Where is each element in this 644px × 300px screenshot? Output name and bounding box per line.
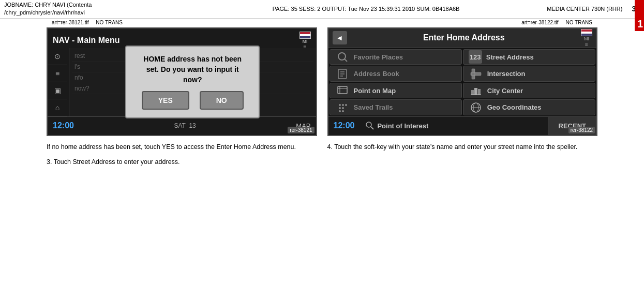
media-center-label: MEDIA CENTER 730N (RHR) xyxy=(547,5,622,13)
left-tif: art=rer-38121.tif xyxy=(52,20,88,25)
poi-icon xyxy=(365,121,374,131)
right-paragraph: 4. Touch the soft-key with your state’s … xyxy=(327,142,598,152)
city-center-label: City Center xyxy=(487,87,523,95)
right-tif: art=rer-38122.tif xyxy=(521,20,558,25)
saved-trails-button[interactable]: Saved Trails xyxy=(330,99,462,115)
content-area: NAV - Main Menu MI ≡ ⊙ ≡ ▣ ⌂ rest l's nf… xyxy=(0,27,644,136)
enter-home-mi-label: MI xyxy=(584,36,589,41)
intersection-button[interactable]: Intersection xyxy=(463,66,595,82)
svg-rect-15 xyxy=(478,89,481,95)
nav-sat-info: SAT 13 xyxy=(174,122,196,129)
street-address-icon: 123 xyxy=(469,50,482,64)
favorite-places-label: Favorite Places xyxy=(354,53,403,61)
text-content: If no home address has been set, touch Y… xyxy=(0,136,644,167)
svg-line-1 xyxy=(345,59,347,62)
intersection-icon xyxy=(469,67,483,81)
nav-screen-bottom: 12:00 SAT 13 MAP xyxy=(48,116,316,135)
intersection-label: Intersection xyxy=(487,70,526,78)
enter-home-flag-icon xyxy=(581,29,592,36)
geo-coordinates-button[interactable]: Geo Coordinates xyxy=(463,99,595,115)
nav-sidebar-list[interactable]: ≡ xyxy=(48,65,67,82)
left-notrans: NO TRANS xyxy=(96,20,123,25)
nav-sidebar-compass[interactable]: ⊙ xyxy=(48,48,67,65)
svg-point-23 xyxy=(345,104,347,106)
city-center-button[interactable]: City Center xyxy=(463,83,595,99)
grid-area: Favorite Places 123 Street Address Addre… xyxy=(328,48,597,116)
svg-point-17 xyxy=(339,104,341,106)
yes-button[interactable]: YES xyxy=(142,91,189,110)
art-labels: art=rer-38121.tif NO TRANS art=rer-38122… xyxy=(0,19,644,26)
svg-rect-13 xyxy=(471,90,474,95)
page-header: JOBNAME: CHRY NAVI (Contenta /chry_pdm/c… xyxy=(0,0,644,19)
svg-rect-7 xyxy=(471,72,481,76)
modal-overlay: HOME address has not been set. Do you wa… xyxy=(69,48,316,116)
text-left: If no home address has been set, touch Y… xyxy=(47,142,317,167)
favorite-places-button[interactable]: Favorite Places xyxy=(330,49,462,65)
geo-coordinates-label: Geo Coordinates xyxy=(487,103,542,111)
enter-home-header: ◄ Enter Home Address MI ≡ xyxy=(328,28,597,48)
saved-trails-icon xyxy=(335,100,350,115)
home-address-modal: HOME address has not been set. Do you wa… xyxy=(125,46,260,118)
address-book-icon xyxy=(335,67,350,81)
svg-point-18 xyxy=(339,107,341,109)
nav-time: 12:00 xyxy=(53,121,74,130)
left-ref-tag: rer-38121 xyxy=(288,127,314,133)
point-on-map-icon xyxy=(335,83,350,98)
street-address-button[interactable]: 123 Street Address xyxy=(463,49,595,65)
path: /chry_pdm/chrysler/navi/rhr/navi xyxy=(4,9,185,17)
red-bar: 1 xyxy=(635,0,644,31)
nav-sidebar-folder[interactable]: ▣ xyxy=(48,82,67,99)
geo-coordinates-icon xyxy=(469,100,483,115)
svg-point-0 xyxy=(338,53,346,60)
header-left: JOBNAME: CHRY NAVI (Contenta /chry_pdm/c… xyxy=(4,1,185,17)
left-paragraph: If no home address has been set, touch Y… xyxy=(47,142,317,152)
street-address-label: Street Address xyxy=(486,53,534,61)
nav-title: NAV - Main Menu xyxy=(53,36,119,45)
mi-flag-icon xyxy=(299,32,311,39)
enter-home-title: Enter Home Address xyxy=(351,33,577,42)
nav-mi-flag: MI ≡ xyxy=(299,32,311,50)
step3-text: 3. Touch Street Address to enter your ad… xyxy=(47,157,317,167)
enter-home-mi-flag: MI ≡ xyxy=(581,29,592,47)
job-name: JOBNAME: CHRY NAVI (Contenta xyxy=(4,1,185,9)
header-right: MEDIA CENTER 730N (RHR) 35 xyxy=(547,4,640,14)
right-notrans: NO TRANS xyxy=(566,20,593,25)
svg-point-27 xyxy=(366,122,371,127)
svg-rect-10 xyxy=(338,86,347,94)
enter-home-screen: ◄ Enter Home Address MI ≡ Favorite Place… xyxy=(327,27,598,136)
back-arrow-button[interactable]: ◄ xyxy=(333,31,347,44)
page-info-text: PAGE: 35 SESS: 2 OUTPUT: Tue Nov 23 15:3… xyxy=(273,6,460,12)
saved-trails-label: Saved Trails xyxy=(354,103,393,111)
modal-text: HOME address has not been set. Do you wa… xyxy=(137,54,248,85)
right-art-label: art=rer-38122.tif NO TRANS xyxy=(521,20,592,25)
modal-buttons: YES NO xyxy=(137,91,248,110)
point-on-map-label: Point on Map xyxy=(354,87,396,95)
nav-main-menu-screen: NAV - Main Menu MI ≡ ⊙ ≡ ▣ ⌂ rest l's nf… xyxy=(47,27,317,136)
poi-button[interactable]: Point of Interest xyxy=(360,121,547,131)
address-book-label: Address Book xyxy=(354,70,399,78)
no-button[interactable]: NO xyxy=(200,91,244,110)
sat-number: 13 xyxy=(189,122,196,129)
sat-label: SAT xyxy=(174,122,185,129)
enter-home-bottom: 12:00 Point of Interest RECENT xyxy=(328,116,597,135)
mi-label: MI xyxy=(303,39,308,44)
svg-point-19 xyxy=(339,110,341,112)
svg-line-28 xyxy=(371,127,373,129)
svg-rect-14 xyxy=(474,88,477,95)
point-on-map-button[interactable]: Point on Map xyxy=(330,83,462,99)
enter-home-tif-icon: ≡ xyxy=(585,41,588,47)
nav-sidebar-home[interactable]: ⌂ xyxy=(48,99,67,116)
right-ref-tag: rer-38122 xyxy=(568,127,595,133)
poi-label: Point of Interest xyxy=(377,122,428,130)
text-right: 4. Touch the soft-key with your state’s … xyxy=(327,142,598,167)
page-info: PAGE: 35 SESS: 2 OUTPUT: Tue Nov 23 15:3… xyxy=(185,5,547,13)
left-art-label: art=rer-38121.tif NO TRANS xyxy=(52,20,123,25)
svg-point-20 xyxy=(342,104,344,106)
city-center-icon xyxy=(469,83,483,98)
favorite-places-icon xyxy=(335,50,350,64)
nav-sidebar: ⊙ ≡ ▣ ⌂ xyxy=(48,48,69,116)
address-book-button[interactable]: Address Book xyxy=(330,66,462,82)
red-bar-number: 1 xyxy=(637,18,643,30)
svg-point-21 xyxy=(342,107,344,109)
enter-home-time: 12:00 xyxy=(328,121,360,130)
